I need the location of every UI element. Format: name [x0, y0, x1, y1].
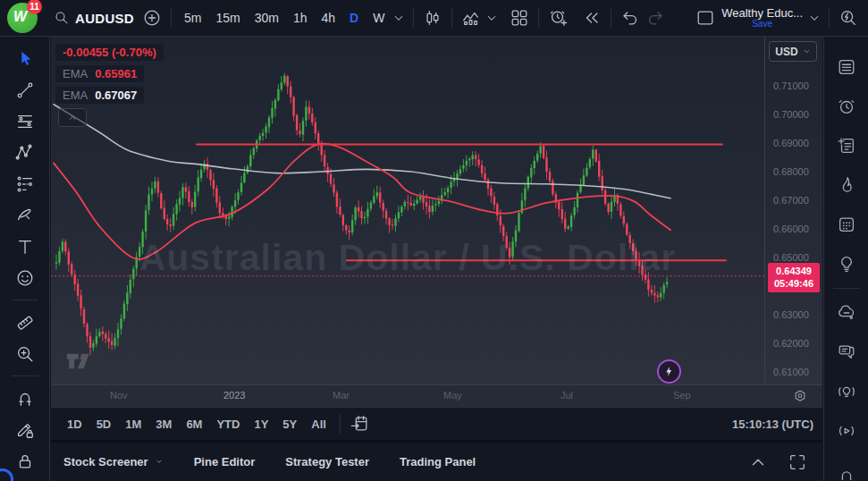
symbol-search[interactable]: AUDUSD: [48, 4, 139, 31]
balloon-icon[interactable]: [834, 459, 858, 481]
timeframe-W[interactable]: W: [367, 7, 391, 29]
range-5y[interactable]: 5Y: [275, 414, 304, 435]
candle-style-icon[interactable]: [420, 5, 445, 30]
layout-name-block[interactable]: Wealthy Educ... Save: [721, 7, 803, 29]
chat-icon[interactable]: [834, 342, 858, 364]
trendline-tool-icon[interactable]: [14, 80, 35, 100]
zoomin-tool-icon[interactable]: [14, 343, 35, 364]
timeframe-15m[interactable]: 15m: [209, 7, 246, 29]
timeframe-group: 5m15m30m1h4hDW: [178, 7, 391, 29]
undo-icon[interactable]: [618, 5, 643, 30]
ema-slow-row[interactable]: EMA 0.67067: [55, 87, 144, 104]
bar-replay-icon[interactable]: [579, 5, 604, 30]
quick-search-icon[interactable]: [836, 5, 861, 30]
cursor-tool-icon[interactable]: [14, 48, 35, 69]
current-price-label: 0.64349 05:49:46: [768, 263, 820, 292]
range-6m[interactable]: 6M: [179, 414, 209, 435]
broker-logo[interactable]: W 11: [7, 3, 38, 33]
bottom-tabs-group: Stock ScreenerPine EditorStrategy Tester…: [63, 455, 476, 468]
price-tick: 0.65000: [773, 252, 809, 263]
magnet-tool-icon[interactable]: [14, 388, 35, 409]
range-1d[interactable]: 1D: [60, 414, 89, 435]
fullscreen-icon[interactable]: [785, 450, 810, 475]
layout-chevron-down-icon[interactable]: [806, 5, 822, 30]
minds-icon[interactable]: [834, 302, 858, 325]
chart-settings-gear-icon[interactable]: [792, 388, 808, 408]
price-tick: 0.62000: [773, 338, 809, 349]
tab-label: Strategy Tester: [285, 455, 369, 468]
indicators-chevron-down-icon[interactable]: [484, 5, 500, 30]
range-ytd[interactable]: YTD: [209, 414, 247, 435]
bulb-icon[interactable]: [834, 252, 858, 274]
toolbar-divider: [413, 8, 414, 28]
ema-fast-row[interactable]: EMA 0.65961: [55, 65, 144, 82]
xabcd-tool-icon[interactable]: [14, 142, 35, 163]
toolbar-divider: [12, 376, 38, 376]
ema-slow-value: 0.67067: [95, 89, 137, 102]
smiley-tool-icon[interactable]: [14, 267, 35, 288]
currency-selector[interactable]: USD: [769, 41, 817, 62]
price-tick: 0.67000: [773, 195, 809, 206]
timeframe-chevron-down-icon[interactable]: [391, 5, 407, 30]
go-to-date-icon[interactable]: [347, 411, 372, 436]
drawing-toolbar: [0, 37, 50, 481]
compare-add-icon[interactable]: [139, 5, 164, 30]
watchlist-icon[interactable]: [834, 56, 858, 79]
tab-stock-screener[interactable]: Stock Screener: [63, 455, 164, 468]
range-1m[interactable]: 1M: [118, 414, 148, 435]
chart-legend: -0.00455 (-0.70%) EMA 0.65961 EMA 0.6706…: [55, 44, 164, 127]
price-change-value: -0.00455 (-0.70%): [63, 46, 156, 59]
timeframe-30m[interactable]: 30m: [249, 7, 285, 29]
symbol-name: AUDUSD: [75, 11, 134, 26]
legend-collapse-button[interactable]: [58, 108, 87, 127]
lock-tool-icon[interactable]: [14, 451, 35, 471]
date-tick: Jul: [560, 390, 573, 401]
range-3m[interactable]: 3M: [148, 414, 179, 435]
save-link[interactable]: Save: [752, 20, 772, 30]
ema-label: EMA: [63, 89, 88, 102]
brush-tool-icon[interactable]: [14, 205, 35, 225]
layout-save-group: Wealthy Educ... Save: [693, 5, 861, 30]
streams-icon[interactable]: [834, 419, 858, 442]
fib-tool-icon[interactable]: [14, 111, 35, 131]
forecast-tool-icon[interactable]: [14, 173, 35, 194]
text-tool-icon[interactable]: [14, 236, 35, 257]
tradingview-logo[interactable]: [63, 350, 96, 376]
flame-icon[interactable]: [834, 173, 858, 196]
chart-pane[interactable]: Australian Dollar / U.S. Dollar -0.00455…: [51, 37, 764, 384]
redo-icon[interactable]: [643, 5, 668, 30]
range-5d[interactable]: 5D: [89, 414, 119, 435]
layout-grid-icon[interactable]: [507, 5, 532, 30]
utc-clock: 15:10:13 (UTC): [732, 418, 813, 431]
create-alert-icon[interactable]: [545, 5, 570, 30]
date-range-row: 1D5D1M3M6MYTD1Y5YAll 15:10:13 (UTC): [51, 407, 822, 440]
layout-name[interactable]: Wealthy Educ...: [721, 7, 803, 20]
range-1y[interactable]: 1Y: [247, 414, 275, 435]
tab-trading-panel[interactable]: Trading Panel: [400, 455, 476, 468]
range-all[interactable]: All: [304, 414, 333, 435]
panel-expand-icon[interactable]: [746, 450, 771, 475]
broker-logo-glyph: W: [13, 9, 27, 25]
bulblive-icon[interactable]: [834, 381, 858, 403]
indicators-icon[interactable]: [459, 5, 484, 30]
timeframe-4h[interactable]: 4h: [315, 7, 341, 29]
tab-pine-editor[interactable]: Pine Editor: [194, 455, 256, 468]
date-tick: 2023: [223, 390, 245, 401]
toolbar-divider: [171, 8, 172, 28]
symbol-change-row[interactable]: -0.00455 (-0.70%): [55, 44, 164, 61]
alarm-icon[interactable]: [834, 96, 858, 118]
pencillock-tool-icon[interactable]: [14, 419, 35, 440]
calendardots-icon[interactable]: [834, 213, 858, 235]
price-axis[interactable]: USD 0.64349 05:49:46 0.710000.700000.690…: [764, 37, 822, 384]
date-tick: Sep: [673, 390, 691, 401]
tab-strategy-tester[interactable]: Strategy Tester: [285, 455, 369, 468]
date-axis[interactable]: Nov2023MarMayJulSep: [51, 384, 822, 407]
timeframe-5m[interactable]: 5m: [178, 7, 207, 29]
ruler-tool-icon[interactable]: [14, 312, 35, 333]
toolbar-divider: [538, 8, 539, 28]
save-layout-icon[interactable]: [693, 5, 718, 30]
boost-lightning-button[interactable]: [657, 359, 681, 384]
notesplus-icon[interactable]: [834, 135, 858, 157]
timeframe-1h[interactable]: 1h: [287, 7, 314, 29]
timeframe-D[interactable]: D: [343, 7, 365, 29]
